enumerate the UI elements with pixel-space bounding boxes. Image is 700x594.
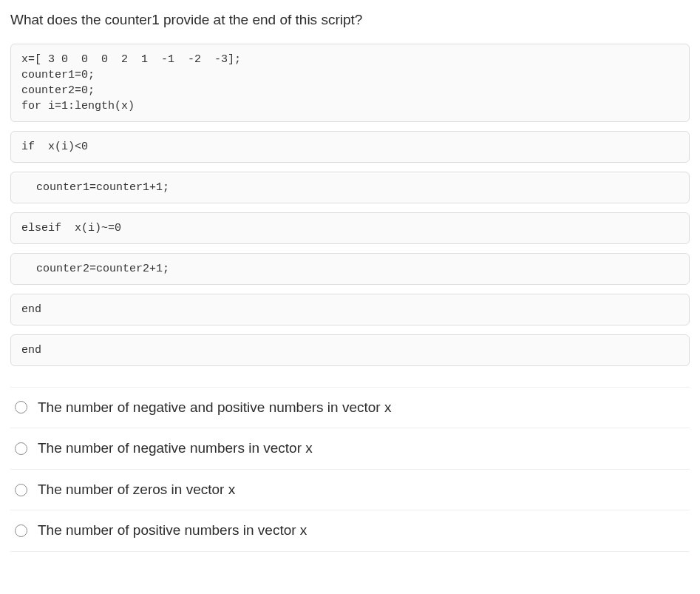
code-block-3: counter1=counter1+1; <box>10 172 690 203</box>
option-label: The number of positive numbers in vector… <box>38 521 307 541</box>
radio-icon <box>15 524 27 537</box>
radio-icon <box>15 484 27 496</box>
option-label: The number of zeros in vector x <box>38 480 235 500</box>
option-label: The number of negative numbers in vector… <box>38 439 313 459</box>
option-2[interactable]: The number of negative numbers in vector… <box>10 428 690 469</box>
code-block-5: counter2=counter2+1; <box>10 253 690 285</box>
radio-icon <box>15 442 27 455</box>
code-block-7: end <box>10 334 690 366</box>
option-4[interactable]: The number of positive numbers in vector… <box>10 510 690 552</box>
option-3[interactable]: The number of zeros in vector x <box>10 469 690 510</box>
radio-icon <box>15 401 27 414</box>
option-1[interactable]: The number of negative and positive numb… <box>10 387 690 428</box>
option-label: The number of negative and positive numb… <box>38 398 391 418</box>
code-block-1: x=[ 3 0 0 0 2 1 -1 -2 -3]; counter1=0; c… <box>10 44 690 122</box>
code-block-6: end <box>10 294 690 325</box>
code-block-2: if x(i)<0 <box>10 131 690 163</box>
question-text: What does the counter1 provide at the en… <box>10 10 690 30</box>
code-block-4: elseif x(i)~=0 <box>10 212 690 244</box>
options-list: The number of negative and positive numb… <box>10 387 690 552</box>
